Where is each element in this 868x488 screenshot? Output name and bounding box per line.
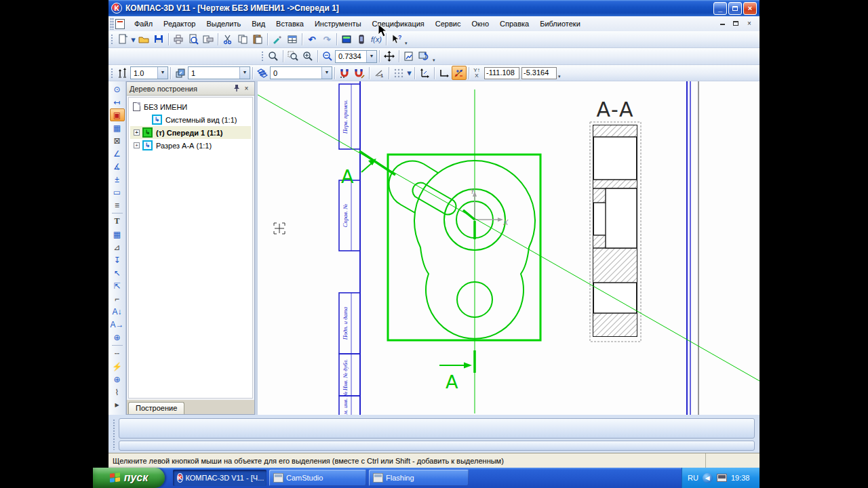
lightning-tool-icon[interactable]: ⚡ — [110, 360, 125, 373]
menu-window[interactable]: Окно — [466, 18, 494, 30]
tree-item-system-view[interactable]: ↳ Системный вид (1:1) — [130, 113, 251, 126]
toolbar-overflow-icon[interactable]: ▾ — [403, 41, 409, 47]
menu-view[interactable]: Вид — [246, 18, 271, 30]
menu-select[interactable]: Выделить — [201, 18, 246, 30]
property-bar-row[interactable] — [119, 441, 755, 451]
menu-service[interactable]: Сервис — [430, 18, 467, 30]
taskbar-item-flashing[interactable]: Flashing — [369, 470, 469, 486]
menu-editor[interactable]: Редактор — [158, 18, 201, 30]
specification-tool-icon[interactable]: ≡ — [110, 199, 125, 211]
angle-snap-icon[interactable]: 1 — [372, 66, 387, 80]
open-icon[interactable] — [136, 33, 151, 47]
snap-toggle-icon[interactable] — [352, 66, 367, 80]
roundoff-toggle-icon[interactable] — [452, 66, 467, 80]
cut-icon[interactable] — [220, 33, 235, 47]
tree-item-front-view[interactable]: + ↳ (т) Спереди 1 (1:1) — [130, 126, 251, 139]
copy-icon[interactable] — [235, 33, 250, 47]
zoom-scale-icon[interactable] — [320, 49, 335, 64]
toolbar-overflow-icon[interactable]: ▾ — [557, 74, 562, 81]
paste-icon[interactable] — [250, 33, 265, 47]
text-down-tool-icon[interactable]: A↓ — [110, 305, 125, 318]
toolbar-overflow-icon[interactable]: ▾ — [431, 58, 437, 64]
drawing-canvas[interactable]: Перв. примен. Справ. № Подп. и дата Инв.… — [258, 81, 760, 415]
text-tool-icon[interactable]: T — [110, 215, 125, 228]
view-combo-dropdown[interactable]: ▼ — [239, 67, 250, 79]
grid-dropdown[interactable]: ▾ — [406, 66, 412, 80]
panel-overflow-arrow-icon[interactable]: ▶ — [110, 399, 125, 411]
expander-icon[interactable]: + — [134, 142, 140, 148]
tree-item-section-view[interactable]: + ↳ Разрез А-А (1:1) — [130, 139, 251, 152]
frame-tool-icon[interactable]: ⌐ — [110, 292, 125, 305]
close-button[interactable]: × — [743, 2, 757, 15]
dashline-tool-icon[interactable]: ╌ — [110, 347, 125, 360]
editing-tool-icon[interactable]: ⊠ — [110, 134, 125, 147]
tray-collapse-icon[interactable]: ◀ — [703, 473, 713, 483]
selection-tool-icon[interactable]: ± — [110, 173, 125, 186]
property-bar-row[interactable] — [119, 418, 755, 439]
menubar-drag-handle[interactable] — [110, 18, 114, 30]
restore-button[interactable] — [728, 2, 742, 15]
variables-window-icon[interactable] — [339, 33, 354, 47]
undo-icon[interactable]: ↶ — [304, 33, 319, 47]
designations-tool-icon[interactable]: ▣ — [110, 108, 125, 121]
part-outline[interactable] — [389, 161, 535, 339]
show-document-icon[interactable] — [401, 49, 416, 64]
section-letter-bottom[interactable]: А — [446, 371, 458, 392]
clock[interactable]: 19:38 — [731, 474, 750, 482]
document-system-menu-icon[interactable] — [115, 19, 125, 29]
tab-construction[interactable]: Построение — [128, 402, 184, 414]
text-right-tool-icon[interactable]: A→ — [110, 318, 125, 331]
coord-y-field[interactable]: -5.3164 — [521, 67, 557, 79]
step-combo[interactable]: 1.0 ▼ — [130, 66, 168, 79]
slot-outline[interactable] — [412, 182, 456, 214]
child-close-button[interactable]: × — [745, 20, 754, 28]
step-combo-dropdown[interactable]: ▼ — [157, 67, 167, 79]
print-icon[interactable] — [171, 33, 186, 47]
close-panel-icon[interactable]: × — [241, 84, 252, 94]
tree-item-document[interactable]: БЕЗ ИМЕНИ — [130, 100, 251, 113]
current-view-icon[interactable] — [173, 66, 188, 80]
current-step-icon[interactable] — [115, 66, 130, 80]
views-tool-icon[interactable]: ▭ — [110, 186, 125, 199]
taskbar-item-camstudio[interactable]: CamStudio — [269, 470, 366, 486]
context-help-icon[interactable]: ? — [389, 33, 403, 47]
title-bar[interactable]: K КОМПАС-3D V11 - [Чертеж БЕЗ ИМЕНИ1 ->С… — [108, 0, 760, 16]
taskbar-item-kompas[interactable]: K КОМПАС-3D V11 - [Ч... — [173, 470, 267, 486]
zoom-area-icon[interactable] — [266, 49, 281, 64]
menu-tools[interactable]: Инструменты — [309, 18, 367, 30]
save-icon[interactable] — [151, 33, 166, 47]
view-number-combo[interactable]: 1 ▼ — [188, 66, 250, 79]
local-cs-icon[interactable] — [417, 66, 432, 80]
new-document-dropdown[interactable]: ▾ — [130, 33, 136, 47]
layer-combo-dropdown[interactable]: ▼ — [321, 67, 332, 79]
section-view-a-a[interactable]: А-А — [590, 98, 641, 342]
layers-icon[interactable] — [255, 66, 270, 80]
parametrization-tool-icon[interactable]: ∠ — [110, 147, 125, 160]
measure-tool-icon[interactable]: ∡ — [110, 160, 125, 173]
geometry-tool-icon[interactable]: ⊙ — [110, 83, 125, 96]
dimensions-tool-icon[interactable]: ↤ — [110, 96, 125, 108]
expander-icon[interactable]: + — [134, 129, 140, 136]
styles-tool-icon[interactable]: ▦ — [110, 121, 125, 134]
start-button[interactable]: пуск — [93, 468, 165, 488]
print-preview-icon[interactable] — [186, 33, 201, 47]
keyboard-language-indicator[interactable]: RU — [688, 474, 698, 482]
pin-icon[interactable] — [231, 84, 241, 94]
menu-insert[interactable]: Вставка — [271, 18, 309, 30]
child-minimize-button[interactable] — [717, 20, 727, 28]
redo-icon[interactable]: ↷ — [319, 33, 334, 47]
sheet-frame[interactable] — [339, 81, 698, 415]
zoom-selected-icon[interactable] — [285, 49, 300, 64]
tolerance-tool-icon[interactable]: ⊿ — [110, 241, 125, 253]
zoom-combo-dropdown[interactable]: ▼ — [366, 51, 376, 62]
menu-file[interactable]: Файл — [129, 18, 158, 30]
construction-line[interactable] — [258, 93, 760, 381]
section-view-title[interactable]: А-А — [597, 98, 634, 121]
zoom-combo[interactable]: 0.7334 ▼ — [335, 50, 377, 63]
minimize-button[interactable]: _ — [713, 2, 727, 15]
refresh-view-icon[interactable] — [416, 49, 431, 64]
new-document-icon[interactable] — [115, 33, 130, 47]
datum-tool-icon[interactable]: ↧ — [110, 253, 125, 266]
leader-tool-icon[interactable]: ↖ — [110, 266, 125, 279]
centermark-tool-icon[interactable]: ⊕ — [110, 331, 125, 344]
